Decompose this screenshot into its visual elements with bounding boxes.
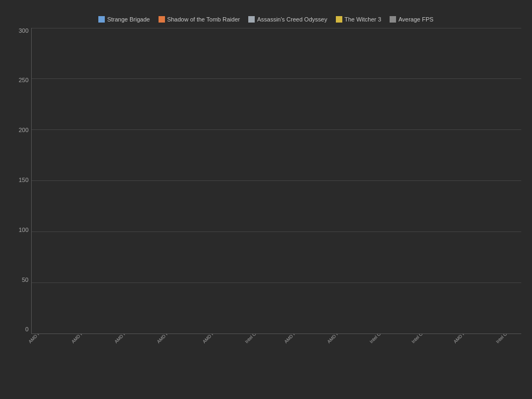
legend-item: Strange Brigade bbox=[98, 16, 150, 23]
x-label-item: Intel Core i9-9900K bbox=[248, 334, 287, 382]
y-axis-label: 300 bbox=[19, 28, 28, 34]
chart-container: Strange BrigadeShadow of the Tomb Raider… bbox=[5, 6, 527, 393]
legend-label: Assassin's Creed Odyssey bbox=[257, 16, 327, 23]
x-label-item: AMD Ryzen 5 5600X bbox=[456, 334, 499, 382]
bars-wrapper bbox=[32, 28, 521, 333]
y-axis-label: 200 bbox=[19, 127, 28, 133]
y-axis-label: 0 bbox=[25, 327, 28, 332]
y-axis-label: 150 bbox=[19, 177, 28, 183]
x-label-item: AMD Ryzen 5 3600X bbox=[117, 334, 160, 382]
legend: Strange BrigadeShadow of the Tomb Raider… bbox=[11, 16, 521, 23]
x-labels-container: AMD Ryzen 7 5700GAMD Ryzen 7 3700XAMD Ry… bbox=[11, 334, 521, 382]
legend-item: The Witcher 3 bbox=[336, 16, 381, 23]
x-label-item: AMD Ryzen 7 3700X bbox=[74, 334, 117, 382]
legend-color-swatch bbox=[390, 16, 396, 23]
y-axis-label: 100 bbox=[19, 227, 28, 233]
legend-item: Average FPS bbox=[390, 16, 433, 23]
legend-color-swatch bbox=[98, 16, 105, 23]
x-label-item: Intel Core i9-10900K bbox=[372, 334, 414, 382]
legend-color-swatch bbox=[248, 16, 255, 23]
y-axis: 300250200150100500 bbox=[11, 28, 31, 334]
y-axis-label: 50 bbox=[22, 277, 28, 283]
x-label-item: AMD Ryzen 7 5800X bbox=[330, 334, 372, 382]
legend-label: Shadow of the Tomb Raider bbox=[167, 16, 240, 23]
plot-area bbox=[31, 28, 521, 334]
chart-area: 300250200150100500 bbox=[11, 28, 521, 334]
legend-color-swatch bbox=[336, 16, 342, 23]
legend-item: Assassin's Creed Odyssey bbox=[248, 16, 327, 23]
legend-label: Strange Brigade bbox=[107, 16, 150, 23]
x-label-item: Intel Core i5-10600K bbox=[414, 334, 456, 382]
legend-item: Shadow of the Tomb Raider bbox=[159, 16, 240, 23]
legend-label: Average FPS bbox=[398, 16, 433, 23]
x-label-item: Intel Core i5-11600K bbox=[499, 334, 521, 382]
legend-color-swatch bbox=[159, 16, 165, 23]
x-label-item: AMD Ryzen 9 3950X bbox=[287, 334, 329, 382]
x-label-item: AMD Ryzen 9 3900XT bbox=[160, 334, 205, 382]
x-label-item: AMD Ryzen 7 3800X bbox=[205, 334, 248, 382]
y-axis-label: 250 bbox=[19, 77, 28, 83]
x-label-item: AMD Ryzen 7 5700G bbox=[31, 334, 74, 382]
legend-label: The Witcher 3 bbox=[344, 16, 381, 23]
